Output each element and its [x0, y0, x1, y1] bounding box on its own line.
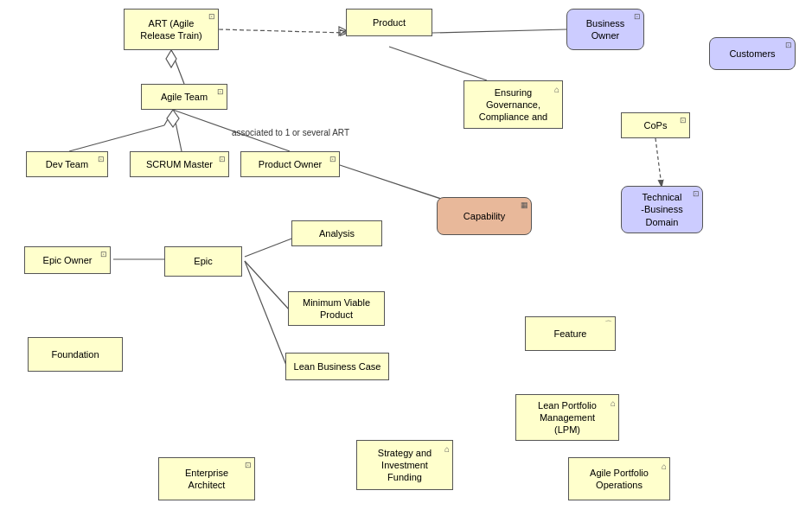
product-owner-icon: ⊡ — [329, 155, 336, 165]
foundation-node[interactable]: Foundation — [28, 337, 123, 372]
epic-node[interactable]: Epic — [164, 246, 242, 277]
business-owner-icon: ⊡ — [634, 12, 641, 22]
mvp-label: Minimum Viable Product — [303, 296, 370, 322]
feature-node[interactable]: Feature ⌒ — [525, 316, 616, 351]
feature-label: Feature — [554, 328, 587, 340]
product-owner-node[interactable]: Product Owner ⊡ — [240, 151, 340, 177]
ensuring-label: Ensuring Governance, Compliance and — [479, 86, 548, 124]
product-owner-label: Product Owner — [259, 158, 322, 170]
svg-marker-16 — [339, 27, 346, 35]
strategy-label: Strategy and Investment Funding — [378, 447, 432, 484]
scrum-master-node[interactable]: SCRUM Master ⊡ — [130, 151, 229, 177]
customers-label: Customers — [729, 48, 775, 60]
lpm-label: Lean Portfolio Management (LPM) — [538, 399, 597, 436]
svg-line-5 — [69, 125, 164, 151]
agile-team-node[interactable]: Agile Team ⊡ — [141, 84, 227, 110]
ensuring-node[interactable]: Ensuring Governance, Compliance and ⌂ — [464, 80, 563, 129]
svg-marker-14 — [166, 50, 176, 67]
scrum-master-label: SCRUM Master — [146, 158, 213, 170]
enterprise-arch-label: Enterprise Architect — [185, 467, 228, 492]
art-node[interactable]: ART (Agile Release Train) ⊡ — [124, 9, 219, 50]
strategy-icon: ⌂ — [444, 443, 450, 455]
cops-icon: ⊡ — [680, 116, 687, 126]
agile-team-icon: ⊡ — [217, 87, 224, 98]
analysis-node[interactable]: Analysis — [291, 220, 382, 246]
epic-owner-label: Epic Owner — [43, 254, 93, 266]
lean-bc-label: Lean Business Case — [294, 360, 381, 373]
agile-portfolio-node[interactable]: Agile Portfolio Operations ⌂ — [568, 457, 670, 500]
dev-team-icon: ⊡ — [98, 155, 105, 165]
svg-line-9 — [655, 138, 662, 186]
epic-owner-node[interactable]: Epic Owner ⊡ — [24, 246, 111, 274]
business-owner-label: Business Owner — [586, 17, 625, 42]
agile-portfolio-icon: ⌂ — [662, 461, 667, 472]
cops-node[interactable]: CoPs ⊡ — [621, 112, 690, 138]
epic-owner-icon: ⊡ — [100, 250, 107, 260]
svg-line-3 — [171, 50, 184, 84]
cops-label: CoPs — [644, 119, 668, 131]
enterprise-arch-node[interactable]: Enterprise Architect ⊡ — [158, 457, 255, 500]
capability-label: Capability — [464, 210, 505, 222]
svg-line-2 — [389, 47, 487, 80]
technical-domain-icon: ⊡ — [693, 189, 700, 200]
technical-domain-label: Technical -Business Domain — [641, 191, 682, 228]
strategy-node[interactable]: Strategy and Investment Funding ⌂ — [356, 440, 453, 490]
diagram: ART (Agile Release Train) ⊡ Product Busi… — [0, 0, 812, 516]
agile-portfolio-label: Agile Portfolio Operations — [590, 467, 649, 492]
connector-lines — [0, 0, 812, 516]
product-node[interactable]: Product — [346, 9, 432, 36]
enterprise-arch-icon: ⊡ — [245, 461, 252, 471]
product-label: Product — [373, 16, 406, 29]
ensuring-icon: ⌂ — [554, 84, 559, 95]
customers-node[interactable]: Customers ⊡ — [709, 37, 796, 70]
lean-bc-node[interactable]: Lean Business Case — [285, 353, 389, 380]
dev-team-node[interactable]: Dev Team ⊡ — [26, 151, 108, 177]
svg-line-11 — [245, 238, 294, 257]
svg-line-12 — [245, 261, 290, 310]
capability-icon: ▦ — [521, 201, 528, 211]
scrum-master-icon: ⊡ — [219, 155, 226, 165]
business-owner-node[interactable]: Business Owner ⊡ — [566, 9, 644, 50]
mvp-node[interactable]: Minimum Viable Product — [288, 291, 385, 326]
art-label: ART (Agile Release Train) — [140, 17, 202, 42]
agile-team-label: Agile Team — [161, 91, 208, 103]
capability-node[interactable]: Capability ▦ — [437, 197, 532, 235]
feature-icon: ⌒ — [604, 320, 612, 330]
foundation-label: Foundation — [51, 348, 99, 360]
analysis-label: Analysis — [319, 227, 355, 239]
technical-domain-node[interactable]: Technical -Business Domain ⊡ — [621, 186, 703, 233]
epic-label: Epic — [194, 255, 212, 267]
art-icon: ⊡ — [208, 12, 215, 22]
svg-marker-15 — [167, 110, 179, 127]
svg-line-13 — [245, 261, 287, 367]
svg-line-1 — [432, 29, 566, 33]
svg-line-4 — [164, 110, 173, 125]
lpm-node[interactable]: Lean Portfolio Management (LPM) ⌂ — [515, 394, 619, 441]
lpm-icon: ⌂ — [611, 398, 616, 409]
customers-icon: ⊡ — [785, 41, 792, 51]
svg-line-6 — [173, 110, 182, 151]
svg-line-0 — [219, 29, 346, 33]
dev-team-label: Dev Team — [46, 158, 88, 170]
assoc-label: associated to 1 or several ART — [232, 128, 405, 137]
